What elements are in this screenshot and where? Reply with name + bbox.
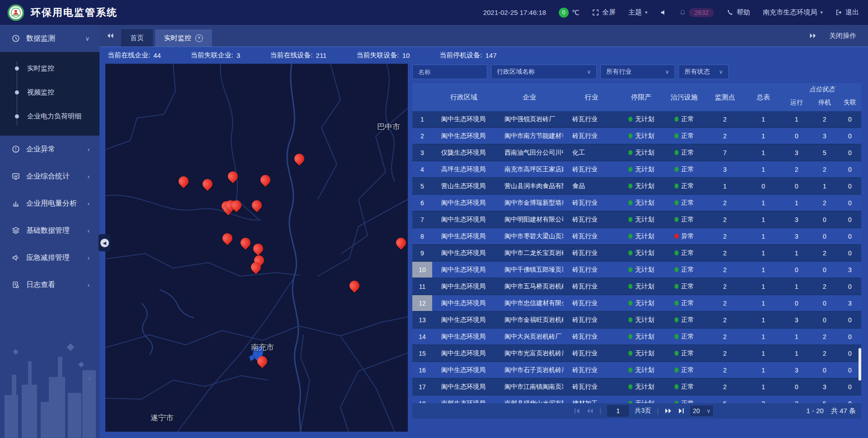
cell-company: 阆中市二龙长宝页岩砖	[495, 249, 563, 257]
cell-facility: 正常	[663, 266, 706, 274]
table-row[interactable]: 6阆中生态环境局阆中市金博瑞新型墙材砖瓦行业无计划正常21120	[412, 195, 861, 212]
cell-points: 2	[706, 333, 744, 340]
status-label: 无计划	[635, 149, 654, 157]
table-row[interactable]: 2阆中生态环境局阆中市南方节能建材有砖瓦行业无计划正常21030	[412, 128, 861, 145]
cell-company: 阆中市江南镇阆南页岩	[495, 383, 563, 391]
status-label: 正常	[681, 115, 694, 123]
page-size-select[interactable]: 20∨	[690, 405, 713, 416]
table-row[interactable]: 8阆中生态环境局阆中市枣碧大梁山页岩砖瓦行业无计划异常21300	[412, 228, 861, 245]
cell-industry: 砖瓦行业	[563, 132, 620, 140]
cell-region: 仪陇生态环境局	[432, 149, 495, 157]
scrollbar-thumb[interactable]	[859, 348, 861, 381]
sidebar-item-5[interactable]: 应急减排管理‹	[0, 244, 99, 271]
tabs-scroll-left-button[interactable]	[107, 33, 114, 39]
table-row[interactable]: 16阆中生态环境局阆中市石子页岩机砖厂砖瓦行业无计划正常21300	[412, 362, 861, 379]
sidebar-subitem[interactable]: 实时监控	[0, 57, 99, 80]
stat-item: 当前失联企业:3	[191, 51, 241, 60]
tab-1[interactable]: 实时监控×	[155, 29, 212, 47]
cell-facility: 正常	[663, 316, 706, 324]
status-dot-green	[628, 367, 632, 372]
last-page-button[interactable]	[678, 408, 684, 414]
cell-industry: 食品	[563, 182, 620, 190]
sidebar-item-3[interactable]: 企业用电量分析‹	[0, 190, 99, 217]
notifications[interactable]: 2632	[679, 8, 714, 17]
table-row[interactable]: 1阆中生态环境局阆中强锐页岩砖厂砖瓦行业无计划正常21120	[412, 111, 861, 128]
table-row[interactable]: 14阆中生态环境局阆中大兴页岩机砖厂砖瓦行业无计划正常21120	[412, 329, 861, 345]
table-row[interactable]: 3仪陇生态环境局西南油气田分公司川中化工无计划正常71350	[412, 145, 861, 161]
tab-0[interactable]: 首页	[121, 29, 153, 47]
cell-industry: 砖瓦行业	[563, 283, 620, 291]
sidebar-item-6[interactable]: 日志查看‹	[0, 271, 99, 298]
status-label: 无计划	[635, 182, 654, 190]
stat-label: 当前失联设备:	[356, 51, 399, 60]
sidebar-item-0[interactable]: 数据监测∨	[0, 25, 99, 52]
cell-industry: 化工	[563, 149, 620, 157]
table-row[interactable]: 17阆中生态环境局阆中市江南镇阆南页岩砖瓦行业无计划正常21030	[412, 379, 861, 396]
table-row[interactable]: 13阆中生态环境局阆中市金福旺页岩机砖砖瓦行业无计划正常21300	[412, 312, 861, 329]
sidebar-item-2[interactable]: 企业综合统计‹	[0, 163, 99, 190]
table-row[interactable]: 12阆中生态环境局阆中市忠信建材有限公砖瓦行业无计划正常21003	[412, 295, 861, 312]
table-row[interactable]: 11阆中生态环境局阆中市五马桥页岩机砖砖瓦行业无计划正常21120	[412, 278, 861, 295]
status-label: 无计划	[635, 249, 654, 257]
cell-stop: 3	[811, 132, 839, 140]
name-search-input[interactable]	[412, 65, 487, 79]
cell-run: 1	[783, 283, 811, 290]
header-toolbar: 2021-02-25 17:46:18 0 ℃ 全屏 主题▾	[483, 8, 868, 18]
table-row[interactable]: 10阆中生态环境局阆中千佛镇五郎垭页岩砖瓦行业无计划正常21003	[412, 262, 861, 278]
cell-points: 2	[706, 132, 744, 140]
table-row[interactable]: 15阆中生态环境局阆中市光富页岩机砖厂砖瓦行业无计划正常21120	[412, 345, 861, 362]
table-row[interactable]: 9阆中生态环境局阆中市二龙长宝页岩砖砖瓦行业无计划正常21120	[412, 245, 861, 262]
sidebar-item-1[interactable]: 企业异常‹	[0, 136, 99, 163]
status-label: 无计划	[635, 232, 654, 240]
submenu: 实时监控视频监控企业电力负荷明细	[0, 52, 99, 136]
fullscreen-button[interactable]: 全屏	[592, 8, 616, 17]
page-number-input[interactable]	[607, 405, 629, 417]
region-select[interactable]: 行政区域名称∨	[491, 65, 597, 79]
status-select[interactable]: 所有状态∨	[679, 65, 729, 79]
stats-bar: 当前在线企业:44当前失联企业:3当前在线设备:211当前失联设备:10当前停机…	[99, 47, 868, 64]
fullscreen-icon	[592, 9, 599, 16]
cell-facility: 正常	[663, 182, 706, 190]
cell-stop: 5	[811, 149, 839, 156]
cell-limit: 无计划	[620, 400, 663, 404]
industry-select[interactable]: 所有行业∨	[600, 65, 675, 79]
close-icon[interactable]: ×	[195, 34, 203, 42]
mute-button[interactable]	[660, 9, 667, 16]
next-page-button[interactable]	[665, 408, 672, 414]
cell-limit: 无计划	[620, 383, 663, 391]
status-dot-green	[628, 284, 632, 289]
previous-page-button[interactable]	[586, 408, 594, 414]
cell-meter: 1	[744, 300, 783, 307]
table-row[interactable]: 18南部生态环境局南部县砚华山水泥有限公建材加工无计划正常52250	[412, 396, 861, 403]
table-row[interactable]: 5营山生态环境局营山县润丰肉食品有限食品无计划正常10010	[412, 178, 861, 195]
row-number: 14	[412, 329, 432, 344]
status-dot-green	[675, 351, 679, 356]
close-operations-button[interactable]: 关闭操作	[829, 32, 856, 40]
logout-button[interactable]: 退出	[835, 8, 859, 17]
cell-meter: 1	[744, 333, 783, 340]
stat-item: 当前失联设备:10	[356, 51, 410, 60]
map-collapse-button[interactable]: ◀	[99, 234, 110, 251]
sidebar-item-label: 企业综合统计	[26, 172, 70, 181]
table-row[interactable]: 4高坪生态环境局南充市高坪区王家店建砖瓦行业无计划正常31220	[412, 161, 861, 178]
org-dropdown[interactable]: 南充市生态环境局▾	[763, 8, 823, 17]
cell-run: 2	[783, 400, 811, 404]
theme-dropdown[interactable]: 主题▾	[628, 8, 648, 17]
row-number: 3	[412, 145, 432, 160]
sidebar-subitem[interactable]: 视频监控	[0, 80, 99, 104]
cell-lost: 0	[839, 233, 861, 240]
sidebar-item-4[interactable]: 基础数据管理‹	[0, 217, 99, 244]
first-page-button[interactable]	[574, 408, 580, 414]
cell-company: 西南油气田分公司川中	[495, 149, 563, 157]
stat-value: 211	[316, 52, 327, 59]
cell-points: 3	[706, 166, 744, 173]
map[interactable]: 巴中市南充市遂宁市	[105, 64, 408, 432]
sidebar-subitem[interactable]: 企业电力负荷明细	[0, 104, 99, 128]
tabs-scroll-right-button[interactable]	[809, 33, 816, 39]
status-dot-green	[675, 184, 679, 188]
status-label: 正常	[681, 182, 694, 190]
table-row[interactable]: 7阆中生态环境局阆中明阳建材有限公司砖瓦行业无计划正常21300	[412, 212, 861, 228]
help-button[interactable]: 帮助	[726, 8, 750, 17]
row-number: 5	[412, 178, 432, 194]
cell-meter: 1	[744, 116, 783, 123]
